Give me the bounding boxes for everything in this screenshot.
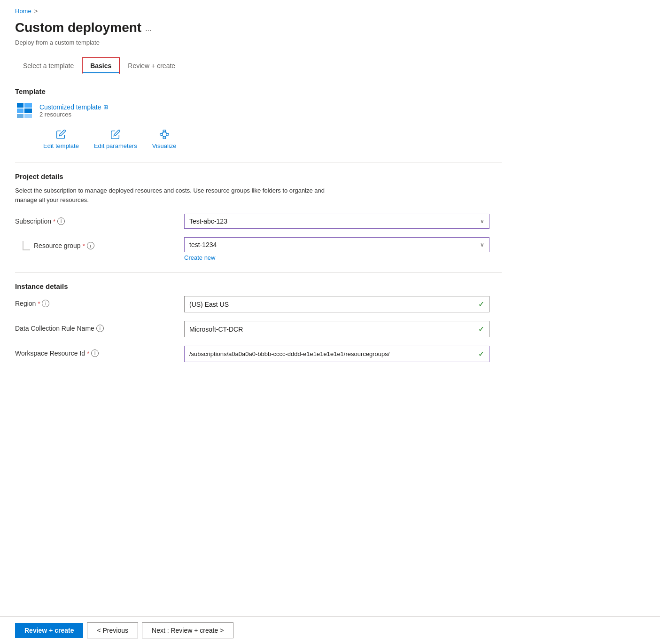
region-control: (US) East US ✓ [184,296,489,312]
dcr-name-label: Data Collection Rule Name i [15,321,184,332]
dcr-name-info-icon[interactable]: i [96,325,104,332]
svg-rect-7 [160,133,163,135]
region-dropdown[interactable]: (US) East US ✓ [184,296,489,312]
resource-group-label: Resource group [34,242,81,249]
subscription-value: Test-abc-123 [189,217,227,225]
resource-group-chevron: ∨ [480,241,484,248]
region-checkmark: ✓ [478,300,484,309]
resource-group-value: test-1234 [189,241,217,248]
workspace-id-value: /subscriptions/a0a0a0a0-bbbb-cccc-dddd-e… [189,350,389,357]
breadcrumb-separator: > [34,8,38,15]
subscription-label: Subscription * i [15,214,184,225]
page-title: Custom deployment [15,20,141,35]
more-options-icon[interactable]: ... [145,24,151,33]
svg-rect-0 [17,103,23,108]
template-card: Customized template ⊞ 2 resources [15,101,502,120]
external-link-icon: ⊞ [103,104,108,110]
next-button[interactable]: Next : Review + create > [142,622,233,638]
template-name-link[interactable]: Customized template ⊞ [39,103,108,111]
tab-review-create[interactable]: Review + create [120,58,183,74]
workspace-id-checkmark: ✓ [478,349,484,358]
svg-rect-5 [24,114,32,118]
breadcrumb-home[interactable]: Home [15,8,31,15]
subscription-chevron: ∨ [480,218,484,225]
subscription-row: Subscription * i Test-abc-123 ∨ [15,214,502,229]
workspace-id-required: * [87,350,89,357]
resource-group-dropdown[interactable]: test-1234 ∨ [184,237,489,252]
dcr-name-control: Microsoft-CT-DCR ✓ [184,321,489,337]
workspace-id-control: /subscriptions/a0a0a0a0-bbbb-cccc-dddd-e… [184,346,489,362]
svg-line-11 [164,132,167,134]
review-create-button[interactable]: Review + create [15,623,83,638]
template-actions: Edit template Edit parameters [43,129,502,149]
subscription-required: * [53,218,55,225]
template-icon [15,101,34,120]
dcr-name-dropdown[interactable]: Microsoft-CT-DCR ✓ [184,321,489,337]
project-details-description: Select the subscription to manage deploy… [15,186,344,204]
dcr-name-row: Data Collection Rule Name i Microsoft-CT… [15,321,502,337]
workspace-id-label: Workspace Resource Id * i [15,346,184,357]
previous-button[interactable]: < Previous [87,622,138,638]
tab-select-template[interactable]: Select a template [15,58,82,74]
dcr-name-value: Microsoft-CT-DCR [189,326,243,333]
svg-rect-1 [24,103,32,108]
resource-group-label-wrapper: Resource group * i [15,237,184,250]
tabs-container: Select a template Basics Review + create [15,57,502,74]
region-info-icon[interactable]: i [42,300,49,307]
create-new-link[interactable]: Create new [184,254,489,261]
template-info: Customized template ⊞ 2 resources [39,103,108,118]
edit-parameters-button[interactable]: Edit parameters [94,129,137,149]
region-label: Region * i [15,296,184,307]
subscription-dropdown[interactable]: Test-abc-123 ∨ [184,214,489,229]
workspace-id-field[interactable]: /subscriptions/a0a0a0a0-bbbb-cccc-dddd-e… [184,346,489,362]
subscription-control: Test-abc-123 ∨ [184,214,489,229]
footer: Review + create < Previous Next : Review… [0,616,660,644]
template-section-title: Template [15,87,502,95]
workspace-id-info-icon[interactable]: i [91,349,99,357]
visualize-button[interactable]: Visualize [152,129,177,149]
svg-line-13 [164,135,167,137]
svg-rect-9 [163,137,166,139]
region-value: (US) East US [189,301,229,308]
dcr-name-checkmark: ✓ [478,325,484,334]
page-subtitle: Deploy from a custom template [15,39,502,46]
svg-rect-4 [17,114,23,118]
svg-rect-6 [163,130,166,132]
svg-rect-3 [24,109,32,113]
resource-group-row: Resource group * i test-1234 ∨ Create ne… [15,237,502,261]
tab-basics[interactable]: Basics [82,57,120,74]
svg-rect-8 [166,133,169,135]
region-required: * [38,300,40,307]
resource-group-required: * [83,242,85,249]
svg-rect-2 [17,109,23,113]
resource-group-control: test-1234 ∨ Create new [184,237,489,261]
workspace-id-row: Workspace Resource Id * i /subscriptions… [15,346,502,362]
svg-line-12 [161,135,164,137]
edit-template-button[interactable]: Edit template [43,129,79,149]
template-resources: 2 resources [39,111,108,118]
instance-details-title: Instance details [15,282,502,290]
svg-line-10 [161,132,164,134]
resource-group-info-icon[interactable]: i [87,242,94,249]
project-details-title: Project details [15,172,502,180]
breadcrumb: Home > [15,8,502,15]
subscription-info-icon[interactable]: i [57,217,65,225]
region-row: Region * i (US) East US ✓ [15,296,502,312]
